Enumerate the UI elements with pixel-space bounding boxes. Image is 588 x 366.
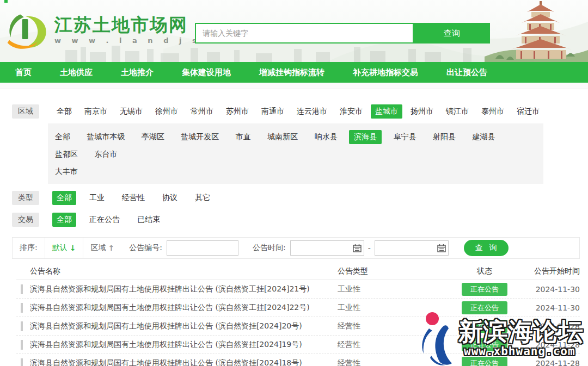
region-option-selected[interactable]: 盐城市 <box>371 104 402 119</box>
deal-filter-label: 交易 <box>12 213 39 227</box>
deal-option[interactable]: 正在公告 <box>85 213 124 227</box>
date-range-separator: - <box>368 244 371 252</box>
pagoda-image <box>485 0 588 62</box>
watermark-title: 新滨海论坛 <box>458 315 584 348</box>
region-option[interactable]: 徐州市 <box>151 104 182 119</box>
announcement-link[interactable]: 滨海县自然资源和规划局国有土地使用权挂牌出让公告 (滨自然资挂[2024]20号… <box>30 321 302 331</box>
table-row: 滨海县自然资源和规划局国有土地使用权挂牌出让公告 (滨自然资工挂[2024]21… <box>16 280 580 299</box>
region-option[interactable]: 苏州市 <box>222 104 253 119</box>
sort-region-button[interactable]: 区域 ↑ <box>83 238 121 258</box>
nav-home[interactable]: 首页 <box>15 67 32 78</box>
row-marker <box>21 321 23 331</box>
subregion-option[interactable]: 阜宁县 <box>389 130 421 144</box>
nav-land-promotion[interactable]: 土地推介 <box>121 67 154 78</box>
main-nav: 首页 土地供应 土地推介 集体建设用地 增减挂钩指标流转 补充耕地指标交易 出让… <box>0 62 588 83</box>
sort-region-label: 区域 <box>90 243 106 253</box>
col-name: 公告名称 <box>16 266 335 276</box>
corner-artifact <box>4 0 8 3</box>
region-option[interactable]: 常州市 <box>186 104 218 119</box>
search-button[interactable]: 查询 <box>414 23 490 44</box>
deal-option[interactable]: 已结束 <box>133 213 164 227</box>
nav-land-supply[interactable]: 土地供应 <box>60 67 93 78</box>
notice-time-label: 公告时间: <box>253 243 286 253</box>
type-option[interactable]: 经营性 <box>118 191 149 205</box>
nav-farmland-index[interactable]: 补充耕地指标交易 <box>353 67 418 78</box>
col-type: 公告类型 <box>335 266 452 276</box>
row-marker <box>21 284 23 294</box>
region-option[interactable]: 全部 <box>52 104 76 119</box>
watermark-overlay: 新滨海论坛 www.xbhwang.com <box>413 308 588 366</box>
region-option[interactable]: 南通市 <box>257 104 289 119</box>
subregion-option[interactable]: 大丰市 <box>50 165 83 179</box>
notice-no-label: 公告编号: <box>129 243 162 253</box>
filter-deal-row: 交易 全部 正在公告 已结束 <box>0 212 588 227</box>
row-marker <box>21 358 23 366</box>
nav-index-transfer[interactable]: 增减挂钩指标流转 <box>259 67 324 78</box>
subregion-option[interactable]: 盐都区 <box>50 147 83 162</box>
subregion-option-selected[interactable]: 滨海县 <box>349 130 382 144</box>
calendar-icon[interactable] <box>353 244 362 252</box>
nav-pre-announcement[interactable]: 出让预公告 <box>446 67 487 78</box>
subregion-option[interactable]: 建湖县 <box>468 130 500 144</box>
notice-no-input[interactable] <box>167 240 238 256</box>
filter-type-row: 类型 全部 工业 经营性 协议 其它 <box>0 190 588 206</box>
table-header: 公告名称 公告类型 状态 公告开始时间 <box>16 263 580 280</box>
watermark-logo-icon <box>415 310 465 366</box>
subnav-strip <box>0 83 588 89</box>
announcement-link[interactable]: 滨海县自然资源和规划局国有土地使用权挂牌出让公告 (滨自然资工挂[2024]22… <box>30 303 310 313</box>
subregion-option[interactable]: 盐城开发区 <box>176 130 224 144</box>
region-option[interactable]: 无锡市 <box>115 104 147 119</box>
subregion-option[interactable]: 亭湖区 <box>137 130 169 144</box>
deal-option-selected[interactable]: 全部 <box>52 213 76 227</box>
subregion-panel: 全部 盐城市本级 亭湖区 盐城开发区 市直 城南新区 响水县 滨海县 阜宁县 射… <box>48 123 543 184</box>
announcement-link[interactable]: 滨海县自然资源和规划局国有土地使用权挂牌出让公告 (滨自然资工挂[2024]21… <box>30 284 310 294</box>
subregion-option[interactable]: 城南新区 <box>262 130 303 144</box>
search-input[interactable] <box>195 23 414 44</box>
region-option[interactable]: 南京市 <box>80 104 112 119</box>
filter-region-row: 区域 全部 南京市 无锡市 徐州市 常州市 苏州市 南通市 连云港市 淮安市 盐… <box>0 104 588 119</box>
announcement-date: 2024-11-30 <box>536 285 580 294</box>
region-option[interactable]: 连云港市 <box>292 104 332 119</box>
region-option[interactable]: 镇江市 <box>442 104 473 119</box>
type-option-selected[interactable]: 全部 <box>52 191 76 205</box>
subregion-option[interactable]: 盐城市本级 <box>82 130 130 144</box>
type-option[interactable]: 工业 <box>85 191 109 205</box>
date-from-box <box>290 240 364 256</box>
region-option[interactable]: 宿迁市 <box>512 104 544 119</box>
col-date: 公告开始时间 <box>534 266 580 276</box>
date-to-box <box>375 240 449 256</box>
col-status: 状态 <box>477 266 492 276</box>
toolbar-search-button[interactable]: 查 询 <box>464 240 509 256</box>
subregion-option[interactable]: 响水县 <box>310 130 342 144</box>
logo-icon <box>7 12 52 54</box>
region-option[interactable]: 扬州市 <box>406 104 438 119</box>
subregion-option[interactable]: 市直 <box>231 130 256 144</box>
type-filter-label: 类型 <box>12 191 39 205</box>
nav-collective-land[interactable]: 集体建设用地 <box>182 67 231 78</box>
watermark-url: www.xbhwang.com <box>464 345 575 358</box>
type-option[interactable]: 其它 <box>191 191 215 205</box>
region-option[interactable]: 淮安市 <box>335 104 367 119</box>
region-filter-label: 区域 <box>12 104 39 119</box>
site-header: 江苏土地市场网 w w w . l a n d j s . c o m 查询 <box>0 0 588 62</box>
sort-toolbar: 排序: 默认 ↓ 区域 ↑ 公告编号: 公告时间: <box>12 237 580 259</box>
sort-label: 排序: <box>13 238 45 258</box>
announcement-type: 工业性 <box>335 284 452 294</box>
subregion-option[interactable]: 东台市 <box>89 147 122 162</box>
sort-up-arrow-icon: ↑ <box>108 244 114 252</box>
sort-default-label: 默认 <box>52 243 68 253</box>
sort-down-arrow-icon: ↓ <box>70 244 76 252</box>
row-marker <box>21 303 23 313</box>
announcement-link[interactable]: 滨海县自然资源和规划局国有土地使用权挂牌出让公告 (滨自然资挂[2024]19号… <box>30 340 302 350</box>
type-option[interactable]: 协议 <box>158 191 182 205</box>
calendar-icon[interactable] <box>437 244 446 252</box>
status-badge: 正在公告 <box>462 283 507 296</box>
row-marker <box>21 340 23 350</box>
sort-default-button[interactable]: 默认 ↓ <box>45 238 84 258</box>
page: 江苏土地市场网 w w w . l a n d j s . c o m 查询 <box>0 0 588 366</box>
region-option[interactable]: 泰州市 <box>477 104 509 119</box>
subregion-option[interactable]: 全部 <box>50 130 75 144</box>
header-search: 查询 <box>195 23 490 44</box>
subregion-option[interactable]: 射阳县 <box>428 130 461 144</box>
announcement-link[interactable]: 滨海县自然资源和规划局国有土地使用权挂牌出让公告 (滨自然资挂[2024]18号… <box>30 358 302 366</box>
